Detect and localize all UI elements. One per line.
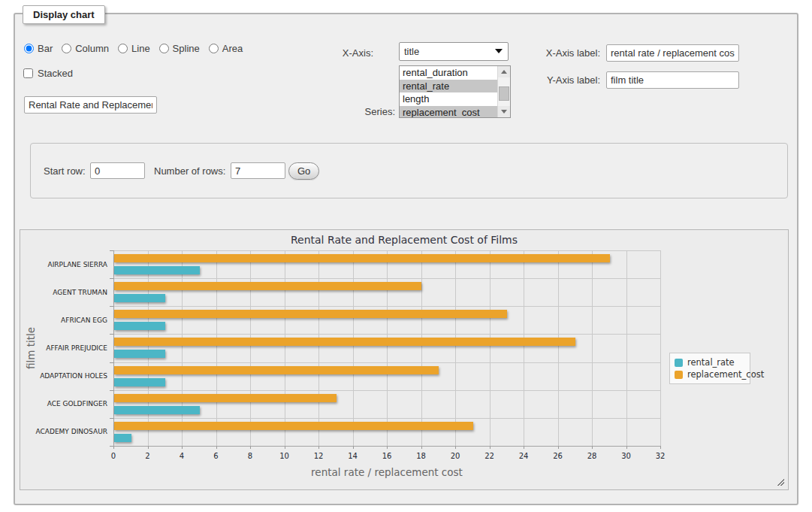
x-tick-label: 6 [205,452,228,460]
x-axis-select-label: X-Axis: [302,47,373,59]
category-label: AGENT TRUMAN [20,289,107,296]
series-option-replacement_cost[interactable]: replacement_cost [400,106,497,119]
bar-replacement_cost [114,254,610,262]
y-gridline [113,250,660,251]
chart-type-radio-spline[interactable] [159,44,169,53]
y-axis-title: film title [25,327,37,369]
chart-type-option-spline[interactable]: Spline [159,43,200,54]
x-tick-label: 32 [649,452,672,460]
x-tick-label: 24 [512,452,535,460]
bar-rental_rate [114,378,165,386]
legend-swatch [675,371,683,379]
chart-type-radio-bar[interactable] [24,44,34,53]
x-axis-select[interactable]: title [399,42,509,61]
stacked-option: Stacked [23,68,73,79]
scroll-down-icon [501,110,507,114]
stacked-checkbox[interactable] [23,68,33,78]
x-tick-label: 0 [102,452,125,460]
series-option-rental_rate[interactable]: rental_rate [400,80,497,93]
chart-type-radio-line[interactable] [118,44,128,53]
x-gridline [353,250,354,446]
x-axis-label-input[interactable] [606,44,739,62]
y-gridline [113,306,660,307]
start-row-label: Start row: [44,165,86,177]
chart-title-input[interactable] [24,96,157,114]
x-gridline [421,250,422,446]
legend-item-replacement_cost[interactable]: replacement_cost [675,368,745,380]
scroll-up-button[interactable] [498,66,510,77]
chart-type-radio-area[interactable] [209,44,219,53]
bar-replacement_cost [114,282,421,290]
bar-replacement_cost [114,338,575,346]
x-gridline [558,250,559,446]
go-button[interactable]: Go [288,162,319,180]
bar-rental_rate [114,322,165,330]
x-gridline [455,250,456,446]
x-axis-label-label: X-Axis label: [514,47,600,59]
x-gridline [182,250,183,446]
scroll-down-button[interactable] [498,106,510,117]
chart-type-radio-label: Column [75,43,109,54]
x-gridline [592,250,593,446]
x-tick-label: 14 [342,452,364,460]
series-listbox[interactable]: rental_durationrental_ratelengthreplacem… [399,65,511,118]
bar-replacement_cost [114,366,439,374]
chart-type-option-bar[interactable]: Bar [24,43,53,54]
display-chart-panel: Display chart BarColumnLineSplineArea St… [14,13,798,505]
bar-rental_rate [114,294,165,302]
x-gridline [660,250,661,446]
series-list-label: Series: [302,106,395,117]
chart-type-radio-group: BarColumnLineSplineArea [24,43,252,54]
panel-title: Display chart [23,5,105,24]
legend-label: rental_rate [687,357,735,368]
chart-type-option-column[interactable]: Column [62,43,109,54]
page: Display chart BarColumnLineSplineArea St… [0,0,812,512]
y-gridline [113,334,660,335]
x-gridline [216,250,217,446]
stacked-label: Stacked [38,68,73,79]
x-tick-label: 26 [547,452,569,460]
legend-item-rental_rate[interactable]: rental_rate [675,356,745,368]
scrollbar-thumb[interactable] [499,86,509,101]
x-gridline [524,250,524,446]
y-gridline [113,418,660,419]
x-tick-label: 16 [376,452,398,460]
x-tick-label: 12 [307,452,330,460]
x-gridline [148,250,149,446]
series-option-rental_duration[interactable]: rental_duration [400,66,497,80]
series-options: rental_durationrental_ratelengthreplacem… [400,66,497,117]
category-label: ACE GOLDFINGER [20,400,107,407]
x-gridline [285,250,285,446]
x-tick-label: 20 [444,452,466,460]
scroll-up-icon [501,70,507,74]
chart-legend: rental_ratereplacement_cost [669,353,750,384]
chart-type-radio-label: Bar [38,43,53,54]
x-tick-label: 10 [273,452,296,460]
series-option-length[interactable]: length [400,92,497,106]
x-gridline [318,250,319,446]
chart-type-radio-label: Area [222,43,243,54]
start-row-input[interactable] [90,162,145,179]
row-range-box: Start row: Number of rows: Go [30,143,788,198]
y-axis-label-input[interactable] [606,71,739,89]
num-rows-label: Number of rows: [154,165,225,177]
category-label: AIRPLANE SIERRA [20,261,107,268]
bar-replacement_cost [114,394,337,402]
bar-rental_rate [114,266,200,274]
chart-type-radio-column[interactable] [62,44,71,53]
num-rows-input[interactable] [231,162,285,179]
y-axis-label-label: Y-Axis label: [514,74,600,86]
bar-replacement_cost [114,310,507,318]
resize-handle-icon[interactable] [776,477,784,486]
bar-replacement_cost [114,422,473,430]
y-gridline [113,362,660,363]
chart-type-option-area[interactable]: Area [209,43,243,54]
category-label: AFRICAN EGG [20,317,107,324]
x-axis-title: rental rate / replacement cost [113,466,660,478]
legend-label: replacement_cost [687,369,764,380]
chart-type-option-line[interactable]: Line [118,43,150,54]
chart-type-radio-label: Line [131,43,150,54]
chart-panel: Rental Rate and Replacement Cost of Film… [20,229,789,490]
x-gridline [387,250,388,446]
series-scrollbar[interactable] [497,66,510,117]
